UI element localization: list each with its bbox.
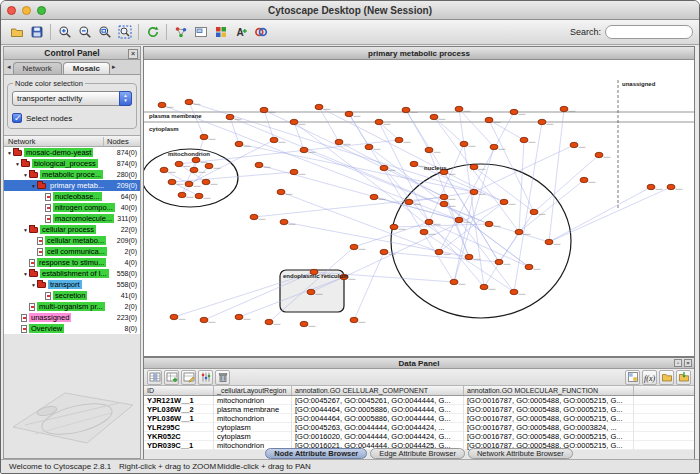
- network-node[interactable]: [485, 221, 493, 226]
- network-node[interactable]: [647, 184, 655, 189]
- network-edge[interactable]: [182, 160, 196, 195]
- tree-row[interactable]: secretion41(0): [4, 290, 140, 301]
- zoom-region-button[interactable]: [115, 23, 134, 42]
- network-node[interactable]: [450, 279, 458, 284]
- network-node[interactable]: [580, 177, 588, 182]
- network-node[interactable]: [667, 184, 675, 189]
- network-node[interactable]: [495, 259, 503, 264]
- network-edge[interactable]: [354, 252, 384, 320]
- tree-expander-icon[interactable]: ▼: [22, 172, 29, 178]
- network-node[interactable]: [425, 219, 433, 224]
- network-node[interactable]: [200, 317, 208, 322]
- data-panel-float-icon[interactable]: ▫: [674, 359, 682, 367]
- tree-row[interactable]: nitrogen compo...40(0): [4, 202, 140, 213]
- tree-row[interactable]: unassigned223(0): [4, 312, 140, 323]
- network-edge[interactable]: [254, 197, 444, 217]
- network-node[interactable]: [520, 137, 528, 142]
- network-node[interactable]: [300, 147, 308, 152]
- table-column-header[interactable]: annotation.GO MOLECULAR_FUNCTION: [464, 386, 634, 395]
- network-node[interactable]: [202, 179, 210, 184]
- network-node[interactable]: [380, 249, 388, 254]
- network-edge[interactable]: [344, 202, 504, 277]
- browser-tab-network[interactable]: Network Attribute Browser: [468, 448, 573, 459]
- network-view-titlebar[interactable]: primary metabolic process: [144, 47, 694, 60]
- network-node[interactable]: [440, 201, 448, 206]
- data-panel-close-icon[interactable]: ×: [684, 359, 692, 367]
- tree-column-nodes[interactable]: Nodes: [104, 137, 140, 146]
- network-node[interactable]: [350, 244, 358, 249]
- network-overview-button[interactable]: [171, 23, 190, 42]
- network-node[interactable]: [290, 119, 298, 124]
- save-button[interactable]: [27, 23, 46, 42]
- zoom-in-button[interactable]: [55, 23, 74, 42]
- network-node[interactable]: [480, 284, 488, 289]
- network-node[interactable]: [510, 109, 518, 114]
- network-node[interactable]: [192, 157, 200, 162]
- network-node[interactable]: [510, 289, 518, 294]
- tree-expander-icon[interactable]: ▼: [30, 183, 37, 189]
- network-node[interactable]: [335, 139, 343, 144]
- matrix-button[interactable]: [625, 370, 640, 385]
- network-edge[interactable]: [499, 212, 534, 262]
- network-node[interactable]: [235, 314, 243, 319]
- network-node[interactable]: [160, 167, 168, 172]
- network-node[interactable]: [205, 163, 213, 168]
- tree-column-network[interactable]: Network: [4, 137, 104, 146]
- data-panel-titlebar[interactable]: Data Panel ▫ ×: [144, 358, 694, 369]
- network-node[interactable]: [375, 119, 383, 124]
- edit-attribute-button[interactable]: [181, 370, 196, 385]
- browser-tab-node[interactable]: Node Attribute Browser: [265, 448, 367, 459]
- tree-row[interactable]: nucleobase...64(0): [4, 191, 140, 202]
- network-node[interactable]: [277, 189, 285, 194]
- table-column-header[interactable]: annotation.GO CELLULAR_COMPONENT: [292, 386, 464, 395]
- network-edge[interactable]: [549, 187, 651, 242]
- tree-expander-icon[interactable]: ▼: [30, 282, 37, 288]
- network-node[interactable]: [255, 162, 263, 167]
- tree-expander-icon[interactable]: ▼: [22, 271, 29, 277]
- node-color-dropdown[interactable]: transporter activity ▲▼: [12, 91, 132, 106]
- network-node[interactable]: [485, 117, 493, 122]
- network-node[interactable]: [270, 137, 278, 142]
- zoom-out-button[interactable]: [75, 23, 94, 42]
- control-panel-close-icon[interactable]: ×: [128, 49, 138, 59]
- import-attributes-button[interactable]: [676, 370, 691, 385]
- network-edge[interactable]: [384, 168, 484, 287]
- tree-expander-icon[interactable]: ▼: [14, 161, 21, 167]
- network-node[interactable]: [195, 193, 203, 198]
- network-canvas-svg[interactable]: plasma membranecytoplasmmitochondrionnuc…: [144, 60, 694, 356]
- formula-builder-button[interactable]: f(x): [642, 370, 657, 385]
- network-node[interactable]: [402, 107, 410, 112]
- network-node[interactable]: [290, 169, 298, 174]
- tree-row[interactable]: cell communica...2(0): [4, 246, 140, 257]
- network-edge[interactable]: [519, 140, 524, 232]
- vizmapper-button[interactable]: [211, 23, 230, 42]
- network-edge[interactable]: [304, 150, 489, 224]
- window-titlebar[interactable]: Cytoscape Desktop (New Session): [1, 1, 699, 20]
- network-node[interactable]: [405, 199, 413, 204]
- network-node[interactable]: [440, 194, 448, 199]
- tab-mosaic[interactable]: Mosaic: [63, 62, 110, 74]
- network-node[interactable]: [515, 229, 523, 234]
- browser-tab-edge[interactable]: Edge Attribute Browser: [370, 448, 465, 459]
- network-node[interactable]: [185, 99, 193, 104]
- network-node[interactable]: [307, 289, 315, 294]
- network-node[interactable]: [158, 102, 166, 107]
- network-edge[interactable]: [519, 180, 584, 232]
- network-node[interactable]: [430, 114, 438, 119]
- tab-scroll-left-icon[interactable]: ◂: [6, 63, 12, 71]
- network-node[interactable]: [470, 164, 478, 169]
- network-node[interactable]: [395, 137, 403, 142]
- network-node[interactable]: [260, 107, 268, 112]
- control-panel-titlebar[interactable]: Control Panel ×: [4, 47, 140, 60]
- network-node[interactable]: [200, 134, 208, 139]
- tree-row[interactable]: ▼mosaic-demo-yeast874(0): [4, 147, 140, 158]
- network-node[interactable]: [370, 194, 378, 199]
- zoom-fit-button[interactable]: [95, 23, 114, 42]
- network-node[interactable]: [175, 161, 183, 166]
- network-edge[interactable]: [230, 117, 239, 144]
- network-node[interactable]: [300, 321, 308, 326]
- network-node[interactable]: [545, 239, 553, 244]
- tree-row[interactable]: ▼primary metab...209(0): [4, 180, 140, 191]
- network-edge[interactable]: [549, 187, 671, 242]
- network-node[interactable]: [265, 319, 273, 324]
